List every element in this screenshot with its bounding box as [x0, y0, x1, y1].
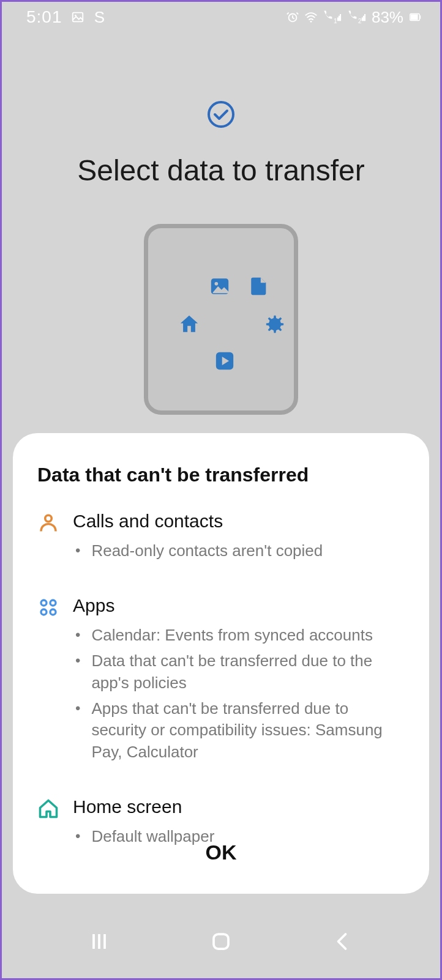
- person-icon: [37, 512, 59, 534]
- svg-rect-8: [419, 15, 421, 19]
- home-button[interactable]: [206, 926, 236, 957]
- image-notification-icon: [71, 10, 84, 24]
- page-title: Select data to transfer: [2, 154, 440, 187]
- svg-rect-0: [72, 13, 83, 22]
- svg-point-11: [215, 282, 219, 286]
- apps-icon: [37, 596, 59, 618]
- battery-icon: [408, 10, 422, 24]
- status-bar: 5:01 S 1 2 83%: [2, 2, 440, 32]
- illustration-gear-icon: [264, 314, 285, 335]
- list-item: Read-only contacts aren't copied: [73, 540, 405, 562]
- svg-point-15: [50, 600, 56, 606]
- section-calls-contacts: Calls and contacts Read-only contacts ar…: [37, 511, 405, 566]
- illustration-home-icon: [179, 314, 200, 335]
- section-title: Apps: [73, 595, 405, 616]
- call-sim2-icon: 2: [347, 10, 367, 24]
- status-left: 5:01 S: [26, 7, 107, 27]
- ok-button[interactable]: OK: [13, 830, 429, 875]
- s-notification-icon: S: [93, 10, 107, 24]
- illustration-file-icon: [249, 276, 269, 297]
- section-title: Calls and contacts: [73, 511, 405, 532]
- svg-point-16: [41, 609, 47, 615]
- card-title: Data that can't be transferred: [37, 464, 405, 486]
- call-sim1-icon: 1: [323, 10, 342, 24]
- navigation-bar: [2, 911, 440, 978]
- svg-rect-21: [214, 934, 228, 949]
- device-illustration: [144, 224, 298, 415]
- svg-text:1: 1: [334, 18, 337, 24]
- list-item: Apps that can't be transferred due to se…: [73, 698, 405, 764]
- recents-button[interactable]: [84, 926, 114, 957]
- illustration-play-icon: [214, 351, 235, 371]
- back-button[interactable]: [328, 926, 358, 957]
- svg-point-9: [209, 102, 233, 127]
- illustration-image-icon: [209, 276, 230, 297]
- status-time: 5:01: [26, 7, 62, 27]
- screen-frame: 5:01 S 1 2 83%: [0, 0, 442, 980]
- alarm-icon: [286, 10, 299, 24]
- svg-point-17: [50, 609, 56, 615]
- svg-point-14: [41, 600, 47, 606]
- svg-rect-7: [411, 14, 418, 20]
- list-item: Data that can't be transferred due to th…: [73, 650, 405, 694]
- info-card: Data that can't be transferred Calls and…: [13, 433, 429, 894]
- section-title: Home screen: [73, 796, 405, 817]
- wifi-icon: [304, 10, 318, 24]
- section-apps: Apps Calendar: Events from synced accoun…: [37, 595, 405, 767]
- svg-point-3: [310, 21, 312, 23]
- section-list: Read-only contacts aren't copied: [73, 540, 405, 562]
- home-icon: [37, 798, 59, 820]
- svg-point-13: [45, 515, 52, 522]
- list-item: Calendar: Events from synced accounts: [73, 625, 405, 647]
- battery-percent: 83%: [372, 8, 403, 27]
- svg-text:2: 2: [358, 18, 362, 24]
- check-circle-icon: [206, 100, 236, 129]
- status-right: 1 2 83%: [286, 8, 422, 27]
- section-list: Calendar: Events from synced accounts Da…: [73, 625, 405, 763]
